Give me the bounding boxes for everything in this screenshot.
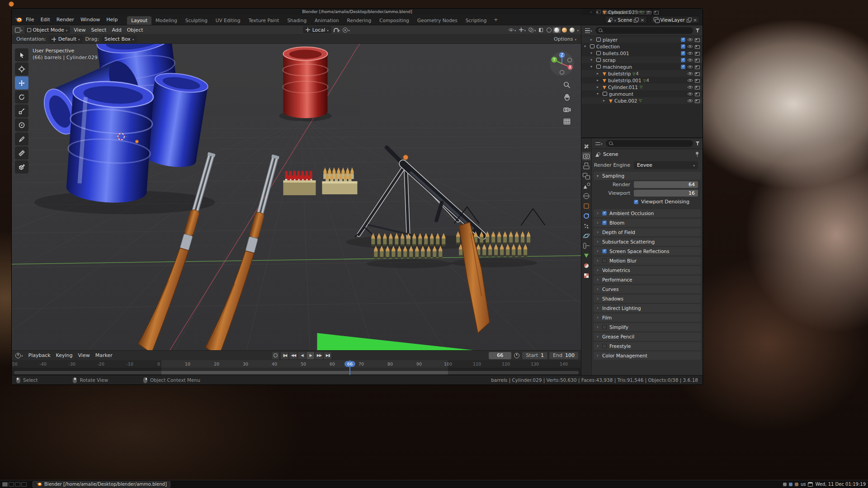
- row-label[interactable]: Cylinder.011: [608, 84, 638, 90]
- outliner-search-input[interactable]: [605, 28, 690, 33]
- timeline-menu-item[interactable]: View: [75, 352, 93, 358]
- properties-tab[interactable]: [582, 192, 591, 200]
- property-section-header[interactable]: Film: [594, 314, 701, 322]
- current-frame-field[interactable]: 66: [489, 352, 511, 359]
- viewport-samples-field[interactable]: 16: [634, 190, 698, 197]
- play-reverse[interactable]: ◀: [298, 352, 306, 359]
- workspace-tab[interactable]: Geometry Nodes: [413, 16, 462, 25]
- workspace-tab[interactable]: Rendering: [343, 16, 376, 25]
- taskbar-window-button[interactable]: Blender [/home/amalie/Desktop/blender/am…: [33, 481, 170, 488]
- tool-select-box-button[interactable]: [15, 48, 28, 61]
- disable-in-renders-icon[interactable]: [694, 78, 700, 83]
- drag-setting-dropdown[interactable]: Select Box: [102, 36, 137, 43]
- property-section-header[interactable]: Ambient Occlusion: [594, 209, 701, 217]
- hide-in-viewport-icon[interactable]: [687, 44, 693, 49]
- frame-start-field[interactable]: Start 1: [522, 352, 547, 359]
- collection-checkbox[interactable]: [681, 38, 685, 42]
- outliner-row[interactable]: ▸ buletstrip 4 ▽: [581, 70, 703, 77]
- disable-in-renders-icon[interactable]: [694, 37, 700, 42]
- properties-tab[interactable]: [582, 271, 591, 280]
- outliner-row[interactable]: ▾ scrap ▽: [581, 56, 703, 63]
- jump-to-next-keyframe[interactable]: ▶▶: [315, 352, 323, 359]
- disable-in-renders-icon[interactable]: [694, 51, 700, 56]
- render-engine-dropdown[interactable]: Eevee: [634, 161, 698, 169]
- snap-toggle[interactable]: [332, 26, 341, 34]
- zoom-icon[interactable]: [563, 81, 571, 89]
- keyboard-layout-indicator[interactable]: us: [801, 482, 806, 487]
- tool-add-cube-button[interactable]: [15, 160, 28, 174]
- tool-transform-button[interactable]: [15, 118, 28, 131]
- properties-tab[interactable]: [582, 202, 591, 210]
- tool-measure-button[interactable]: [15, 146, 28, 160]
- outliner-row[interactable]: ▾ Collection ▽: [581, 43, 703, 50]
- outliner-row[interactable]: ▸ player ▽: [581, 36, 703, 43]
- blue-barrels-object[interactable]: [34, 44, 215, 214]
- properties-search[interactable]: [606, 140, 693, 147]
- red-barrel-object[interactable]: [279, 47, 332, 122]
- overlays-button[interactable]: [528, 26, 537, 34]
- property-section-header[interactable]: Simplify: [594, 323, 701, 331]
- viewlayer-selector[interactable]: ViewLayer: [651, 16, 700, 23]
- viewport-menu-item[interactable]: Select: [88, 27, 109, 33]
- editor-type-button[interactable]: [14, 26, 24, 34]
- proportional-editing-toggle[interactable]: [342, 26, 351, 34]
- disable-in-renders-icon[interactable]: [694, 64, 700, 69]
- workspace-tab[interactable]: Scripting: [462, 16, 491, 25]
- property-section-header[interactable]: Depth of Field: [594, 228, 701, 236]
- collection-checkbox[interactable]: [681, 44, 685, 49]
- shotgun-1-object[interactable]: [137, 148, 217, 350]
- filter-icon[interactable]: [695, 28, 700, 33]
- properties-editor-type-button[interactable]: [594, 140, 604, 147]
- pin-icon[interactable]: [695, 152, 699, 157]
- section-checkbox[interactable]: [602, 325, 607, 329]
- row-label[interactable]: player: [603, 37, 618, 42]
- timeline-scrollbar[interactable]: [14, 371, 579, 374]
- disable-in-renders-icon[interactable]: [694, 84, 700, 89]
- transform-orientation-dropdown[interactable]: Local: [303, 26, 331, 33]
- properties-tab[interactable]: [582, 182, 591, 190]
- tray-icon-2[interactable]: [789, 483, 793, 486]
- row-label[interactable]: gunmount: [609, 91, 633, 97]
- properties-tab[interactable]: [582, 152, 591, 160]
- machine-gun-object[interactable]: [346, 147, 545, 249]
- pan-hand-icon[interactable]: [563, 93, 571, 101]
- expand-arrow[interactable]: ▾: [590, 65, 594, 69]
- properties-tab[interactable]: [582, 211, 591, 220]
- hide-in-viewport-icon[interactable]: [687, 71, 693, 76]
- orientation-setting-dropdown[interactable]: Default: [49, 36, 83, 43]
- viewport-canvas[interactable]: User Perspective (66) barrels | Cylinder…: [12, 44, 581, 350]
- jump-to-end[interactable]: ▶▮: [324, 352, 331, 359]
- hide-in-viewport-icon[interactable]: [687, 91, 693, 96]
- bullet-belt-left[interactable]: [366, 233, 452, 268]
- properties-tab[interactable]: [582, 261, 591, 270]
- shading-mode-button[interactable]: [545, 27, 553, 33]
- section-checkbox[interactable]: [602, 249, 607, 253]
- workspace-tab[interactable]: Modeling: [151, 16, 181, 25]
- scene-selector[interactable]: Scene: [605, 16, 647, 23]
- window-titlebar[interactable]: Blender [/home/amalie/Desktop/blender/am…: [12, 9, 703, 14]
- hide-in-viewport-icon[interactable]: [687, 37, 693, 42]
- timeline-ruler-area[interactable]: -50-40-30-20-100102030405060708090100110…: [12, 360, 581, 375]
- camera-view-icon[interactable]: [563, 105, 571, 113]
- disable-in-renders-icon[interactable]: [694, 57, 700, 62]
- playhead-frame-badge[interactable]: 66: [344, 361, 355, 367]
- shading-mode-button[interactable]: [553, 27, 561, 33]
- xray-toggle[interactable]: [538, 26, 544, 34]
- outliner-editor-type-button[interactable]: [584, 27, 593, 34]
- hide-in-viewport-icon[interactable]: [687, 64, 693, 69]
- collection-checkbox[interactable]: [681, 51, 685, 56]
- disable-in-renders-icon[interactable]: [694, 44, 700, 49]
- expand-arrow[interactable]: ▾: [590, 58, 594, 62]
- new-scene-icon[interactable]: [634, 18, 638, 22]
- disable-in-renders-icon[interactable]: [694, 91, 700, 96]
- shading-mode-button[interactable]: [561, 27, 568, 33]
- taskbar-clock[interactable]: Wed, 11 Dec 01:19:19: [815, 482, 866, 487]
- properties-tab[interactable]: [582, 162, 591, 170]
- topbar-menu-item[interactable]: Edit: [37, 17, 53, 23]
- tool-scale-button[interactable]: [15, 104, 28, 117]
- hide-in-viewport-icon[interactable]: [687, 51, 693, 56]
- property-section-header[interactable]: Grease Pencil: [594, 333, 701, 341]
- property-section-header[interactable]: Motion Blur: [594, 257, 701, 265]
- collection-checkbox[interactable]: [681, 65, 685, 69]
- expand-arrow[interactable]: ▾: [584, 44, 588, 48]
